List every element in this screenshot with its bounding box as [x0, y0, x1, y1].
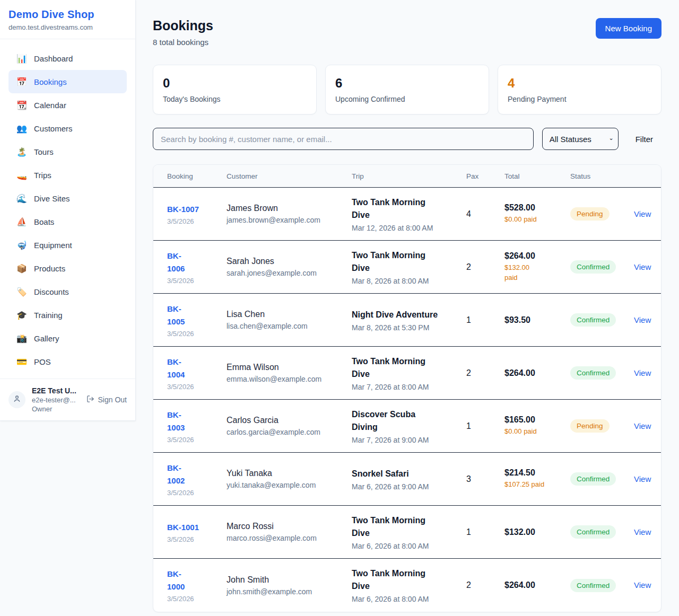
booking-id-link[interactable]: BK-1001	[167, 521, 199, 534]
table-row: BK- 1006 3/5/2026 Sarah Jones sarah.jone…	[153, 241, 661, 294]
stat-label: Pending Payment	[508, 95, 651, 103]
status-badge: Pending	[570, 419, 610, 433]
booking-id-link[interactable]: BK- 1006	[167, 250, 185, 275]
trip-datetime: Mar 8, 2026 at 5:30 PM	[352, 323, 466, 332]
sidebar-nav-item[interactable]: 🚤 Trips	[8, 163, 127, 187]
total-amount: $132.00	[504, 527, 570, 537]
booking-id-link[interactable]: BK- 1004	[167, 356, 185, 381]
view-link[interactable]: View	[634, 262, 651, 271]
sidebar-nav-item[interactable]: 📅 Bookings	[8, 70, 127, 93]
trip-name: Two Tank Morning Dive	[352, 355, 466, 381]
pax-value: 3	[466, 474, 504, 484]
nav-item-label: Tours	[34, 147, 54, 156]
trip-datetime: Mar 6, 2026 at 8:00 AM	[352, 542, 466, 550]
pax-value: 1	[466, 315, 504, 325]
total-cell: $264.00	[504, 368, 570, 378]
trip-datetime: Mar 6, 2026 at 9:00 AM	[352, 482, 466, 491]
nav-item-label: Bookings	[34, 77, 67, 86]
booking-date: 3/5/2026	[167, 535, 227, 543]
sidebar-nav-item[interactable]: 🌊 Dive Sites	[8, 187, 127, 210]
sidebar-nav-item[interactable]: 📆 Calendar	[8, 93, 127, 117]
status-cell: Pending	[570, 207, 634, 221]
nav-item-label: Discounts	[34, 287, 69, 296]
nav-item-icon: 🌊	[16, 193, 27, 204]
booking-date: 3/5/2026	[167, 217, 227, 225]
sidebar-nav-item[interactable]: 🏝️ Tours	[8, 140, 127, 163]
main-content: Bookings 8 total bookings New Booking 0 …	[136, 0, 679, 616]
total-cell: $132.00	[504, 527, 570, 537]
customer-name: Lisa Chen	[227, 310, 352, 319]
total-amount: $165.00	[504, 415, 570, 425]
table-row: BK- 1004 3/5/2026 Emma Wilson emma.wilso…	[153, 347, 661, 400]
filter-button[interactable]: Filter	[627, 130, 661, 148]
nav-item-label: Gallery	[34, 334, 59, 343]
booking-id-link[interactable]: BK- 1005	[167, 303, 185, 328]
customer-name: Sarah Jones	[227, 257, 352, 266]
actions-cell: View	[634, 315, 651, 325]
view-link[interactable]: View	[634, 315, 651, 324]
stat-card: 6 Upcoming Confirmed	[325, 65, 489, 115]
sidebar-nav-item[interactable]: 🏷️ Discounts	[8, 280, 127, 303]
view-link[interactable]: View	[634, 580, 651, 589]
booking-id-link[interactable]: BK-1007	[167, 203, 199, 216]
sidebar-nav-item[interactable]: 🎓 Training	[8, 303, 127, 327]
pax-value: 2	[466, 262, 504, 272]
booking-date: 3/5/2026	[167, 330, 227, 338]
view-link[interactable]: View	[634, 368, 651, 377]
trip-cell: Two Tank Morning Dive Mar 12, 2026 at 8:…	[352, 196, 466, 232]
nav-item-icon: 🏝️	[16, 147, 27, 157]
booking-id-link[interactable]: BK- 1002	[167, 462, 185, 487]
nav-item-icon: 🚤	[16, 170, 27, 180]
brand-domain: demo.test.divestreams.com	[8, 23, 127, 31]
sidebar-nav-item[interactable]: 👥 Customers	[8, 117, 127, 140]
view-link[interactable]: View	[634, 527, 651, 536]
stat-label: Upcoming Confirmed	[335, 95, 479, 103]
actions-cell: View	[634, 209, 651, 219]
total-amount: $264.00	[504, 368, 570, 378]
new-booking-button[interactable]: New Booking	[596, 18, 661, 39]
customer-cell: Lisa Chen lisa.chen@example.com	[227, 310, 352, 330]
status-badge: Confirmed	[570, 579, 616, 592]
actions-cell: View	[634, 527, 651, 537]
status-cell: Confirmed	[570, 579, 634, 592]
nav-item-icon: ⛵	[16, 217, 27, 227]
customer-name: John Smith	[227, 575, 352, 585]
trip-datetime: Mar 7, 2026 at 9:00 AM	[352, 436, 466, 444]
status-select[interactable]: All Statuses	[542, 128, 619, 150]
view-link[interactable]: View	[634, 421, 651, 430]
nav-item-label: Customers	[34, 124, 73, 133]
view-link[interactable]: View	[634, 209, 651, 218]
booking-id-link[interactable]: BK- 1003	[167, 409, 185, 434]
sidebar-nav-item[interactable]: ⛵ Boats	[8, 210, 127, 233]
booking-cell: BK- 1004 3/5/2026	[167, 356, 227, 391]
booking-id-link[interactable]: BK- 1000	[167, 568, 185, 593]
sign-out-button[interactable]: Sign Out	[86, 395, 127, 404]
trip-cell: Two Tank Morning Dive Mar 7, 2026 at 8:0…	[352, 355, 466, 391]
paid-amount: $132.00 paid	[504, 263, 570, 283]
pax-value: 2	[466, 368, 504, 378]
user-icon	[13, 394, 21, 405]
status-badge: Confirmed	[570, 313, 616, 327]
status-cell: Confirmed	[570, 313, 634, 327]
total-cell: $214.50 $107.25 paid	[504, 468, 570, 490]
actions-cell: View	[634, 368, 651, 378]
sidebar-nav-item[interactable]: 📊 Dashboard	[8, 47, 127, 70]
view-link[interactable]: View	[634, 474, 651, 483]
booking-date: 3/5/2026	[167, 595, 227, 603]
paid-amount: $0.00 paid	[504, 215, 570, 225]
column-header-status: Status	[570, 172, 634, 180]
sidebar-nav-item[interactable]: 📸 Gallery	[8, 327, 127, 350]
sidebar-nav-item[interactable]: 📦 Products	[8, 257, 127, 280]
status-badge: Confirmed	[570, 472, 616, 486]
sidebar-nav-item[interactable]: 🤿 Equipment	[8, 233, 127, 257]
total-amount: $93.50	[504, 315, 570, 325]
status-cell: Confirmed	[570, 472, 634, 486]
paid-amount: $107.25 paid	[504, 480, 570, 490]
trip-datetime: Mar 7, 2026 at 8:00 AM	[352, 383, 466, 391]
page-subtitle: 8 total bookings	[153, 38, 213, 47]
customer-email: carlos.garcia@example.com	[227, 428, 352, 436]
booking-cell: BK- 1000 3/5/2026	[167, 568, 227, 603]
sidebar-nav-item[interactable]: 💳 POS	[8, 350, 127, 373]
customer-cell: Yuki Tanaka yuki.tanaka@example.com	[227, 469, 352, 489]
search-input[interactable]	[153, 128, 534, 150]
